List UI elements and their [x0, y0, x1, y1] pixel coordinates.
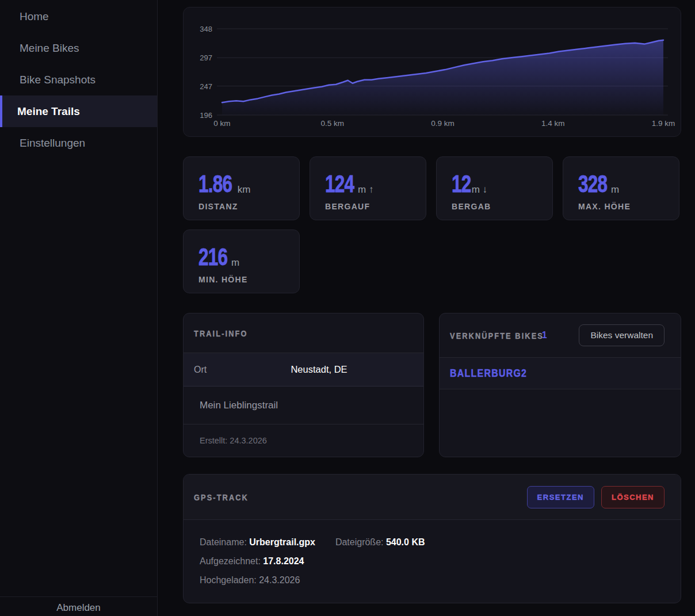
gps-track-title: GPS-TRACK [194, 492, 249, 502]
svg-text:0.9 km: 0.9 km [431, 119, 455, 128]
min-elevation-value: 216 [198, 245, 227, 269]
file-name-value: Urbergtrail.gpx [249, 537, 315, 547]
descent-label: BERGAB [452, 202, 552, 211]
linked-bikes-card: VERKNÜPFTE BIKES 1 Bikes verwalten BALLE… [439, 313, 681, 457]
bike-list-item[interactable]: BALLERBURG2 [440, 357, 681, 389]
stat-card-max-elevation: 328 m MAX. HÖHE [563, 156, 679, 220]
sidebar-item-home[interactable]: Home [0, 1, 157, 32]
trail-name: Mein Lieblingstrail [200, 400, 278, 411]
linked-bikes-title: VERKNÜPFTE BIKES [450, 331, 544, 340]
svg-text:297: 297 [200, 53, 212, 62]
file-size-value: 540.0 KB [386, 537, 425, 547]
uploaded-label: Hochgeladen: [200, 575, 257, 585]
sidebar: Home Meine Bikes Bike Snapshots Meine Tr… [0, 0, 158, 616]
gps-file-info: Dateiname: Urbergtrail.gpx Dateigröße: 5… [184, 519, 681, 590]
replace-gpx-button[interactable]: ERSETZEN [527, 486, 594, 508]
logout-button[interactable]: Abmelden [56, 602, 101, 614]
bike-name: BALLERBURG2 [450, 368, 527, 380]
svg-text:348: 348 [200, 25, 212, 33]
svg-text:196: 196 [200, 111, 212, 120]
distance-value: 1.86 [198, 172, 232, 196]
svg-text:0 km: 0 km [213, 119, 230, 128]
svg-text:0.5 km: 0.5 km [320, 119, 344, 128]
ascent-label: BERGAUF [325, 202, 426, 211]
info-grid: TRAIL-INFO Ort Mein Lieblingstrail Erste… [183, 313, 681, 457]
elevation-chart: 1962472973480 km0.5 km0.9 km1.4 km1.9 km [184, 7, 681, 137]
stat-card-min-elevation: 216 m MIN. HÖHE [183, 229, 300, 293]
distance-unit: km [238, 185, 251, 196]
file-name-label: Dateiname: [200, 537, 247, 547]
max-elevation-label: MAX. HÖHE [578, 202, 679, 211]
trail-info-card: TRAIL-INFO Ort Mein Lieblingstrail Erste… [183, 313, 424, 457]
sidebar-item-meine-bikes[interactable]: Meine Bikes [0, 32, 157, 64]
app-root: Home Meine Bikes Bike Snapshots Meine Tr… [0, 0, 695, 616]
trail-created-row: Erstellt: 24.3.2026 [184, 424, 423, 457]
gps-track-card: GPS-TRACK ERSETZEN LÖSCHEN Dateiname: Ur… [183, 474, 681, 603]
min-elevation-unit: m [231, 258, 239, 269]
ascent-unit: m ↑ [358, 185, 373, 196]
ascent-value: 124 [325, 172, 354, 196]
sidebar-nav: Home Meine Bikes Bike Snapshots Meine Tr… [0, 0, 157, 159]
location-label: Ort [194, 365, 230, 375]
location-input[interactable] [230, 364, 408, 375]
recorded-label: Aufgezeichnet: [200, 556, 261, 566]
main-content: 1962472973480 km0.5 km0.9 km1.4 km1.9 km… [158, 0, 695, 616]
elevation-chart-card: 1962472973480 km0.5 km0.9 km1.4 km1.9 km [183, 7, 681, 137]
recorded-value: 17.8.2024 [263, 556, 304, 566]
location-row: Ort [184, 353, 423, 387]
sidebar-footer: Abmelden [0, 596, 157, 616]
descent-unit: m ↓ [472, 185, 487, 196]
stat-card-distance: 1.86 km DISTANZ [183, 156, 300, 220]
stats-grid: 1.86 km DISTANZ 124 m ↑ BERGAUF 12 m ↓ B… [183, 156, 681, 293]
descent-value: 12 [452, 172, 471, 196]
sidebar-item-einstellungen[interactable]: Einstellungen [0, 127, 157, 159]
sidebar-item-meine-trails[interactable]: Meine Trails [0, 95, 157, 127]
distance-label: DISTANZ [198, 202, 299, 211]
svg-text:247: 247 [200, 82, 212, 91]
manage-bikes-button[interactable]: Bikes verwalten [579, 324, 665, 346]
svg-text:1.4 km: 1.4 km [541, 119, 565, 128]
delete-gpx-button[interactable]: LÖSCHEN [601, 486, 665, 508]
trail-name-row: Mein Lieblingstrail [184, 387, 423, 424]
trail-info-title: TRAIL-INFO [194, 328, 247, 338]
trail-created-text: Erstellt: 24.3.2026 [200, 436, 267, 445]
sidebar-item-bike-snapshots[interactable]: Bike Snapshots [0, 64, 157, 95]
file-size-label: Dateigröße: [335, 537, 384, 547]
max-elevation-value: 328 [578, 172, 607, 196]
max-elevation-unit: m [611, 185, 619, 196]
sidebar-spacer [0, 159, 157, 596]
min-elevation-label: MIN. HÖHE [198, 275, 299, 284]
uploaded-value: 24.3.2026 [259, 575, 300, 585]
svg-text:1.9 km: 1.9 km [652, 119, 675, 128]
stat-card-ascent: 124 m ↑ BERGAUF [310, 156, 426, 220]
stat-card-descent: 12 m ↓ BERGAB [436, 156, 553, 220]
